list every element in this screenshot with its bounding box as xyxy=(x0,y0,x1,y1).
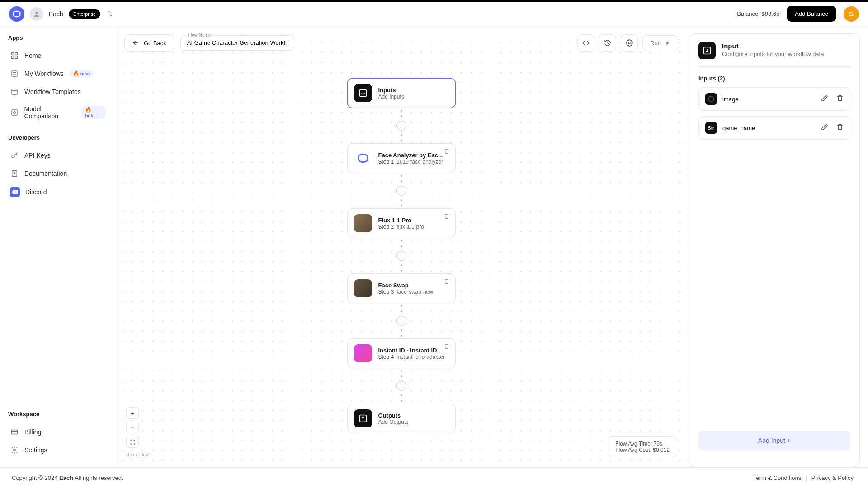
billing-icon xyxy=(10,427,19,436)
input-row-image[interactable]: image xyxy=(698,87,850,111)
add-step-button[interactable]: + xyxy=(396,381,406,391)
run-label: Run xyxy=(650,40,661,47)
sidebar-item-label: My Workflows xyxy=(24,70,64,77)
svg-rect-11 xyxy=(11,430,18,434)
delete-icon[interactable] xyxy=(836,123,844,132)
panel-desc: Configure inputs for your workflow data xyxy=(722,51,824,57)
svg-rect-5 xyxy=(12,71,17,76)
settings-button[interactable] xyxy=(621,34,638,52)
sidebar-item-label: Discord xyxy=(25,188,47,196)
sidebar-item-label: Billing xyxy=(24,428,41,436)
run-button[interactable]: Run xyxy=(642,35,678,51)
go-back-label: Go Back xyxy=(144,40,166,47)
sidebar-item-label: Documentation xyxy=(24,170,67,177)
edit-icon[interactable] xyxy=(821,94,828,103)
copyright: Copyright © 2024 Each All rights reserve… xyxy=(12,474,123,481)
org-name[interactable]: Each xyxy=(49,10,63,18)
node-step3[interactable]: Face Swap Step 3face-swap-new xyxy=(347,273,456,303)
divider: | xyxy=(806,474,807,481)
flow-name-input[interactable] xyxy=(187,39,288,46)
delete-icon[interactable] xyxy=(836,94,844,103)
sidebar-item-home[interactable]: Home xyxy=(6,47,109,65)
add-balance-button[interactable]: Add Balance xyxy=(787,6,836,22)
panel-title: Input xyxy=(722,42,824,50)
react-flow-label: React Flow xyxy=(126,452,149,457)
sidebar-item-documentation[interactable]: Documentation xyxy=(6,164,109,183)
svg-point-13 xyxy=(628,42,630,44)
input-name: game_name xyxy=(722,125,813,131)
delete-icon[interactable] xyxy=(443,278,450,286)
node-sub: Add Inputs xyxy=(378,94,404,100)
section-apps: Apps xyxy=(6,34,109,41)
beta-badge: 🔥beta xyxy=(81,106,106,119)
flow-name-field[interactable]: Flow Name xyxy=(180,35,294,51)
node-step4[interactable]: Instant ID - Instant ID - Ins Step 4inst… xyxy=(347,338,456,368)
section-workspace: Workspace xyxy=(6,411,109,418)
add-step-button[interactable]: + xyxy=(396,316,406,326)
panel-icon xyxy=(698,42,716,59)
flow-stats: Flow Avg Time: 79s Flow Avg Cost: $0.012 xyxy=(609,436,676,457)
history-button[interactable] xyxy=(599,34,616,52)
add-step-button[interactable]: + xyxy=(396,121,406,131)
privacy-link[interactable]: Privacy & Policy xyxy=(811,474,854,481)
section-developers: Developers xyxy=(6,134,109,141)
input-name: image xyxy=(722,96,813,103)
node-step2[interactable]: Flux 1.1 Pro Step 2flux-1.1-pro xyxy=(347,208,456,238)
node-inputs[interactable]: Inputs Add Inputs xyxy=(347,78,456,108)
step-slug: flux-1.1-pro xyxy=(396,224,424,230)
delete-icon[interactable] xyxy=(443,148,450,156)
terms-link[interactable]: Term & Conditions xyxy=(753,474,801,481)
sidebar-item-workflow-templates[interactable]: Workflow Templates xyxy=(6,83,109,101)
svg-rect-1 xyxy=(11,52,14,55)
sidebar-item-model-comparison[interactable]: Model Comparison 🔥beta xyxy=(6,101,109,124)
outputs-icon xyxy=(354,409,372,427)
svg-rect-6 xyxy=(12,89,17,94)
node-outputs[interactable]: Outputs Add Outputs xyxy=(347,404,456,433)
step2-icon xyxy=(354,214,372,232)
go-back-button[interactable]: Go Back xyxy=(124,34,174,52)
code-button[interactable] xyxy=(577,34,594,52)
svg-point-9 xyxy=(12,155,14,158)
node-step1[interactable]: Face Analyzer by Each AI by Step 11019-f… xyxy=(347,143,456,173)
node-title: Flux 1.1 Pro xyxy=(378,217,424,224)
user-icon xyxy=(30,7,43,21)
node-title: Face Swap xyxy=(378,282,433,289)
sidebar-item-billing[interactable]: Billing xyxy=(6,423,109,441)
org-switcher-icon[interactable]: ⇅ xyxy=(108,10,113,17)
fit-view-button[interactable] xyxy=(126,436,139,448)
brand-logo[interactable] xyxy=(9,6,24,22)
flow-avg-cost: Flow Avg Cost: $0.012 xyxy=(615,447,670,453)
input-row-game-name[interactable]: Str game_name xyxy=(698,116,850,140)
svg-rect-3 xyxy=(11,56,14,59)
step-slug: 1019-face-analyzer xyxy=(396,159,443,165)
edit-icon[interactable] xyxy=(821,123,828,132)
step-slug: face-swap-new xyxy=(396,289,433,295)
add-step-button[interactable]: + xyxy=(396,186,406,196)
svg-rect-2 xyxy=(15,52,18,55)
balance-label: Balance: $88.65 xyxy=(737,10,779,17)
svg-rect-4 xyxy=(15,56,18,59)
node-sub: Add Outputs xyxy=(378,419,409,425)
step-slug: instant-id-ip-adapter xyxy=(396,354,445,360)
sidebar-item-discord[interactable]: Discord xyxy=(6,183,109,202)
add-input-button[interactable]: Add Input + xyxy=(698,431,850,450)
type-badge-string: Str xyxy=(705,122,717,134)
sidebar-item-label: Workflow Templates xyxy=(24,88,81,95)
delete-icon[interactable] xyxy=(443,343,450,352)
sidebar-item-label: API Keys xyxy=(24,152,51,159)
delete-icon[interactable] xyxy=(443,213,450,221)
sidebar-item-my-workflows[interactable]: My Workflows 🔥new xyxy=(6,65,109,83)
new-badge: 🔥new xyxy=(69,70,93,78)
sidebar-item-api-keys[interactable]: API Keys xyxy=(6,146,109,164)
zoom-out-button[interactable]: − xyxy=(126,422,139,433)
step1-icon xyxy=(354,149,372,167)
compare-icon xyxy=(10,108,19,117)
add-step-button[interactable]: + xyxy=(396,251,406,261)
zoom-in-button[interactable]: + xyxy=(126,407,139,419)
step4-icon xyxy=(354,344,372,362)
avatar[interactable]: S xyxy=(844,6,859,22)
inputs-icon xyxy=(354,84,372,102)
sidebar-item-label: Home xyxy=(24,52,41,59)
sidebar-item-settings[interactable]: Settings xyxy=(6,441,109,459)
node-title: Outputs xyxy=(378,412,409,419)
